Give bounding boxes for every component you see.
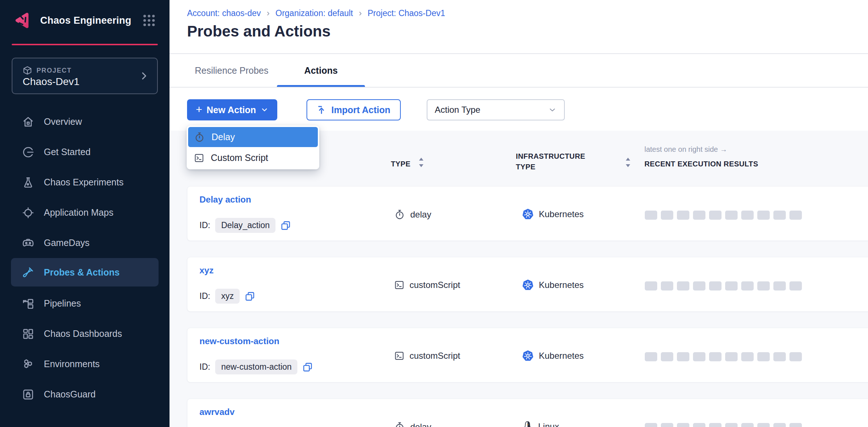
infrastructure-cell: Linux (522, 421, 559, 427)
tab-resilience-probes[interactable]: Resilience Probes (190, 54, 273, 87)
copy-icon[interactable] (302, 362, 313, 372)
type-label: delay (410, 422, 431, 427)
project-selector[interactable]: PROJECT Chaos-Dev1 (12, 58, 158, 94)
execution-result-placeholder (709, 423, 722, 427)
sidebar-item-overview[interactable]: Overview (0, 107, 170, 137)
sidebar-item-probes-actions[interactable]: Probes & Actions (11, 258, 159, 286)
execution-result-placeholder (741, 211, 754, 220)
execution-result-placeholder (741, 423, 754, 427)
sidebar-item-pipelines[interactable]: Pipelines (0, 288, 170, 319)
dashboard-grid-icon (22, 328, 34, 340)
execution-result-placeholder (645, 281, 657, 291)
execution-result-placeholder (693, 281, 705, 291)
breadcrumb-project-link[interactable]: Project: Chaos-Dev1 (368, 8, 445, 18)
execution-result-placeholder (661, 281, 673, 291)
execution-result-placeholder (773, 281, 786, 291)
sidebar-item-environments[interactable]: Environments (0, 349, 170, 379)
column-header-type: TYPE (391, 160, 411, 168)
execution-result-placeholder (757, 352, 770, 361)
infrastructure-label: Kubernetes (539, 209, 584, 219)
plus-icon: + (196, 103, 202, 116)
chevron-down-icon (548, 105, 557, 114)
chaos-logo-icon (13, 11, 32, 30)
sidebar-item-chaos-experiments[interactable]: Chaos Experiments (0, 167, 170, 197)
sidebar-item-gamedays[interactable]: GameDays (0, 228, 170, 258)
project-name: Chaos-Dev1 (23, 76, 80, 88)
new-action-button[interactable]: + New Action (187, 99, 277, 120)
menu-item-delay[interactable]: Delay (188, 127, 318, 147)
id-value: Delay_action (215, 218, 275, 233)
breadcrumb-organization-link[interactable]: Organization: default (275, 8, 353, 18)
main-area: Account: chaos-dev › Organization: defau… (170, 0, 868, 427)
execution-result-placeholder (677, 211, 689, 220)
results-hint: latest one on right side → (644, 145, 727, 154)
lock-icon (22, 388, 34, 401)
sidebar-item-label: Chaos Dashboards (44, 328, 122, 339)
execution-result-placeholder (773, 211, 786, 220)
breadcrumb-account-link[interactable]: Account: chaos-dev (187, 8, 261, 18)
terminal-icon (194, 153, 204, 163)
tab-actions[interactable]: Actions (277, 54, 365, 87)
upload-icon (317, 105, 326, 115)
home-icon (22, 116, 34, 128)
copy-icon[interactable] (245, 291, 255, 301)
copy-icon[interactable] (281, 220, 291, 231)
sidebar-item-application-maps[interactable]: Application Maps (0, 197, 170, 228)
action-name-link[interactable]: new-custom-action (199, 336, 279, 346)
sidebar-item-label: Application Maps (44, 207, 113, 218)
type-cell: delay (394, 422, 431, 427)
menu-item-label: Custom Script (211, 153, 268, 163)
table-row: new-custom-action ID: new-custom-action … (187, 328, 868, 382)
breadcrumb-separator: › (267, 8, 270, 18)
sidebar-item-chaos-dashboards[interactable]: Chaos Dashboards (0, 319, 170, 349)
actions-table: TYPE INFRASTRUCTURE TYPE latest one on r… (170, 131, 868, 427)
terminal-icon (394, 280, 404, 290)
sidebar-item-label: Probes & Actions (44, 267, 119, 278)
sidebar-item-label: Overview (44, 116, 82, 127)
execution-result-placeholder (693, 352, 705, 361)
action-name-link[interactable]: awrvadv (199, 407, 235, 417)
execution-result-placeholder (693, 423, 705, 427)
chevron-down-icon (260, 106, 269, 114)
id-label: ID: (199, 291, 210, 301)
breadcrumb-separator: › (359, 8, 362, 18)
recent-execution-results (645, 352, 802, 361)
stopwatch-icon (394, 209, 405, 220)
sidebar-item-label: Environments (44, 359, 100, 369)
sidebar-header: Chaos Engineering (0, 0, 170, 41)
sidebar-item-label: Get Started (44, 147, 91, 157)
sidebar-item-get-started[interactable]: Get Started (0, 137, 170, 167)
sort-icon[interactable] (417, 156, 425, 169)
action-type-select[interactable]: Action Type (427, 99, 565, 120)
flask-icon (22, 176, 34, 189)
project-label: PROJECT (37, 67, 72, 74)
sidebar-item-chaosguard[interactable]: ChaosGuard (0, 379, 170, 409)
action-name-link[interactable]: Delay action (199, 195, 251, 205)
infrastructure-label: Linux (538, 422, 559, 427)
test-tube-icon (22, 266, 34, 278)
execution-result-placeholder (789, 211, 802, 220)
sidebar-nav: Overview Get Started Chaos Experiments A… (0, 107, 170, 409)
infrastructure-label: Kubernetes (539, 351, 584, 361)
crosshair-icon (22, 207, 34, 219)
execution-result-placeholder (773, 352, 786, 361)
menu-item-custom-script[interactable]: Custom Script (188, 148, 318, 168)
nine-dot-grid-icon[interactable] (142, 13, 156, 28)
type-label: customScript (410, 280, 460, 290)
action-name-link[interactable]: xyz (199, 265, 214, 276)
execution-result-placeholder (725, 352, 738, 361)
id-label: ID: (199, 220, 210, 230)
execution-result-placeholder (789, 352, 802, 361)
id-label: ID: (199, 362, 210, 372)
recent-execution-results (645, 281, 802, 291)
sort-icon[interactable] (624, 156, 632, 169)
execution-result-placeholder (677, 281, 689, 291)
kubernetes-icon (522, 279, 534, 291)
import-action-button[interactable]: Import Action (307, 99, 401, 120)
tabs-divider (170, 87, 868, 88)
execution-result-placeholder (757, 423, 770, 427)
recent-execution-results (645, 423, 802, 427)
execution-result-placeholder (757, 211, 770, 220)
sidebar-item-label: Pipelines (44, 298, 81, 309)
type-label: delay (410, 209, 431, 220)
